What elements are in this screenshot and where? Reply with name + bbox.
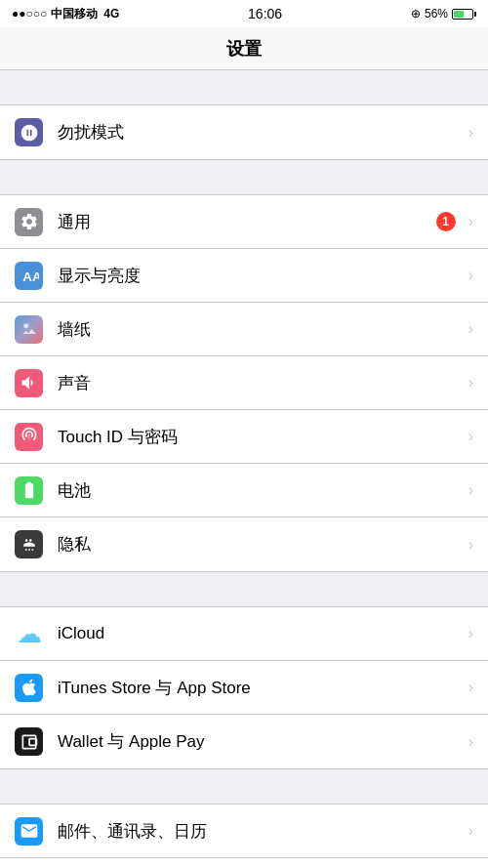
mail-chevron: › [468,822,473,840]
wallpaper-icon [15,315,43,344]
row-wallet[interactable]: Wallet 与 Apple Pay › [0,715,488,768]
battery-area: ⊕ 56% [411,7,476,21]
general-chevron: › [468,213,473,230]
wallpaper-label: 墙纸 [58,318,464,341]
row-touchid[interactable]: Touch ID 与密码 › [0,410,488,464]
wallet-chevron: › [468,733,473,751]
carrier-label: ●●○○○ 中国移动 4G [12,6,119,22]
dnd-label: 勿扰模式 [58,121,464,144]
privacy-label: 隐私 [58,533,464,556]
sounds-chevron: › [468,374,473,392]
mail-label: 邮件、通讯录、日历 [58,820,464,843]
section-services: ☁ iCloud › iTunes Store 与 App Store › [0,606,488,769]
wallet-icon [15,727,43,756]
touchid-label: Touch ID 与密码 [58,426,464,448]
touchid-chevron: › [468,428,473,445]
row-general[interactable]: 通用 1 › [0,195,488,249]
display-icon: AA [15,262,43,290]
row-privacy[interactable]: 隐私 › [0,517,488,571]
sounds-label: 声音 [58,372,464,394]
row-sounds[interactable]: 声音 › [0,356,488,410]
row-display[interactable]: AA 显示与亮度 › [0,249,488,303]
section-system: 通用 1 › AA 显示与亮度 › 墙纸 › [0,194,488,572]
section-gap-2 [0,572,488,606]
general-label: 通用 [58,211,436,233]
svg-point-2 [31,740,34,743]
section-gap-1 [0,160,488,194]
privacy-icon [15,530,43,558]
icloud-icon: ☁ [15,620,43,648]
display-label: 显示与亮度 [58,265,464,287]
status-bar: ●●○○○ 中国移动 4G 16:06 ⊕ 56% [0,0,488,27]
itunes-icon [15,674,43,702]
row-wallpaper[interactable]: 墙纸 › [0,303,488,356]
general-badge: 1 [436,212,456,231]
row-battery[interactable]: 电池 › [0,464,488,517]
icloud-label: iCloud [58,624,464,643]
dnd-icon [15,118,43,146]
page-title: 设置 [226,37,262,61]
battery-percent: 56% [425,7,448,21]
battery-label: 电池 [58,479,464,502]
wallet-label: Wallet 与 Apple Pay [58,730,464,753]
section-dnd: 勿扰模式 › [0,104,488,160]
sounds-icon [15,369,43,397]
svg-point-1 [23,323,28,328]
mail-icon [15,817,43,846]
section-apps: 邮件、通讯录、日历 › 备忘录 › [0,804,488,868]
battery-icon [452,9,476,20]
wallpaper-chevron: › [468,320,473,338]
general-icon [15,208,43,236]
dnd-chevron: › [468,124,473,142]
touchid-icon [15,423,43,451]
row-notes[interactable]: 备忘录 › [0,858,488,868]
charging-icon: ⊕ [411,7,421,21]
privacy-chevron: › [468,536,473,554]
row-mail[interactable]: 邮件、通讯录、日历 › [0,805,488,858]
settings-content: 勿扰模式 › 通用 1 › AA 显示与亮度 › [0,70,488,868]
icloud-chevron: › [468,625,473,642]
battery-row-icon [15,476,43,505]
section-gap-3 [0,769,488,804]
time-label: 16:06 [248,6,282,21]
battery-chevron: › [468,481,473,499]
itunes-label: iTunes Store 与 App Store [58,677,464,699]
nav-bar: 设置 [0,27,488,70]
row-dnd[interactable]: 勿扰模式 › [0,105,488,159]
display-chevron: › [468,267,473,284]
section-gap-top [0,70,488,104]
row-itunes[interactable]: iTunes Store 与 App Store › [0,661,488,715]
svg-text:AA: AA [22,269,39,284]
row-icloud[interactable]: ☁ iCloud › [0,607,488,661]
itunes-chevron: › [468,679,473,696]
